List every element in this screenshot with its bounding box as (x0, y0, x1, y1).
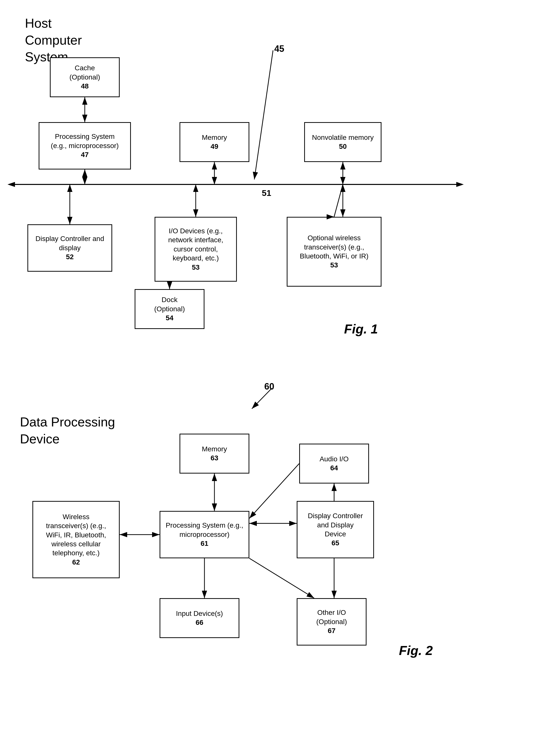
wireless62-num: 62 (72, 558, 80, 567)
audioio-num: 64 (330, 463, 338, 472)
memory49-label: Memory (202, 133, 227, 142)
svg-line-23 (249, 558, 314, 598)
io-box: I/O Devices (e.g.,network interface,curs… (155, 217, 237, 282)
inputdevice-label: Input Device(s) (176, 609, 223, 618)
io-num: 53 (192, 263, 199, 272)
nonvolatile-num: 50 (339, 142, 347, 151)
nonvolatile-label: Nonvolatile memory (312, 133, 373, 142)
bus-label-51: 51 (262, 188, 271, 198)
fig2-title: Data ProcessingDevice (20, 414, 115, 447)
io-label: I/O Devices (e.g.,network interface,curs… (168, 227, 223, 263)
displayctrl65-label: Display Controllerand DisplayDevice (308, 511, 363, 539)
page: HostComputerSystem 45 Cache(Optional) 48… (0, 0, 560, 730)
svg-line-2 (254, 50, 273, 180)
dock-label: Dock(Optional) (154, 295, 185, 314)
svg-line-19 (249, 463, 299, 518)
svg-marker-9 (456, 182, 464, 187)
svg-marker-8 (7, 182, 15, 187)
displayctrl52-num: 52 (66, 253, 74, 262)
nonvolatile-box: Nonvolatile memory 50 (304, 122, 381, 162)
wireless53-num: 53 (330, 261, 338, 270)
fig2-label-60: 60 (264, 381, 274, 392)
memory63-label: Memory (202, 444, 227, 453)
fig2-label-text: Fig. 2 (399, 643, 433, 658)
otherio-num: 67 (328, 626, 335, 635)
cache-num: 48 (81, 82, 89, 91)
cache-label: Cache(Optional) (70, 64, 100, 82)
inputdevice-box: Input Device(s) 66 (160, 598, 239, 638)
processing-label: Processing System(e.g., microprocessor) (51, 132, 119, 150)
displayctrl65-num: 65 (331, 539, 339, 547)
processing61-box: Processing System (e.g.,microprocessor) … (160, 511, 249, 558)
fig1-label-45: 45 (274, 44, 284, 54)
otherio-label: Other I/O(Optional) (316, 608, 347, 626)
wireless62-label: Wirelesstransceiver(s) (e.g.,WiFi, IR, B… (46, 512, 106, 558)
displayctrl65-box: Display Controllerand DisplayDevice 65 (297, 501, 374, 558)
wireless53-box: Optional wirelesstransceiver(s) (e.g.,Bl… (287, 217, 381, 287)
audioio-box: Audio I/O 64 (299, 444, 369, 483)
displayctrl52-label: Display Controller and display (32, 234, 108, 253)
wireless53-label: Optional wirelesstransceiver(s) (e.g.,Bl… (300, 234, 368, 261)
dock-num: 54 (166, 314, 173, 323)
processing61-label: Processing System (e.g.,microprocessor) (166, 521, 243, 539)
fig1-label: Fig. 1 (344, 322, 378, 337)
memory63-box: Memory 63 (180, 434, 249, 473)
diagram-arrows (0, 0, 560, 730)
audioio-label: Audio I/O (320, 454, 349, 463)
processing-num: 47 (81, 150, 89, 159)
memory63-num: 63 (210, 453, 218, 462)
wireless62-box: Wirelesstransceiver(s) (e.g.,WiFi, IR, B… (32, 501, 120, 578)
otherio-box: Other I/O(Optional) 67 (297, 598, 367, 645)
displayctrl52-box: Display Controller and display 52 (27, 224, 112, 272)
processing-box: Processing System(e.g., microprocessor) … (39, 122, 131, 170)
memory49-box: Memory 49 (180, 122, 249, 162)
dock-box: Dock(Optional) 54 (135, 289, 204, 329)
memory49-num: 49 (210, 142, 218, 151)
svg-line-12 (334, 185, 343, 217)
inputdevice-num: 66 (195, 618, 203, 627)
processing61-num: 61 (200, 539, 208, 548)
cache-box: Cache(Optional) 48 (50, 57, 120, 97)
